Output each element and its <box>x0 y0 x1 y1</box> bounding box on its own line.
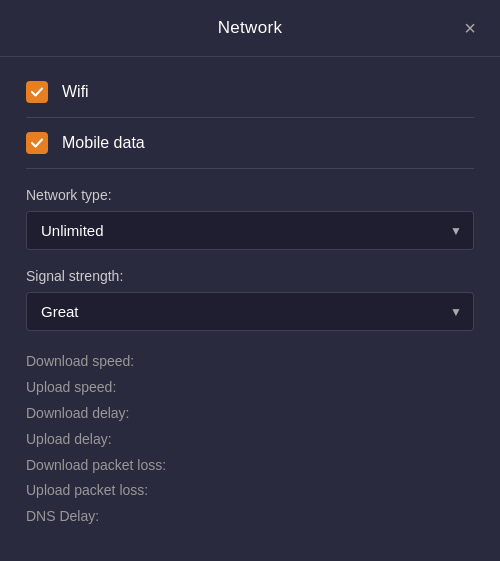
download-delay-row: Download delay: <box>26 401 474 427</box>
upload-packet-loss-row: Upload packet loss: <box>26 478 474 504</box>
dialog-title: Network <box>218 18 282 38</box>
download-packet-loss-row: Download packet loss: <box>26 453 474 479</box>
wifi-checkbox[interactable] <box>26 81 48 103</box>
signal-strength-label: Signal strength: <box>26 268 474 284</box>
info-section: Download speed: Upload speed: Download d… <box>26 349 474 530</box>
network-type-select[interactable]: Unlimited WiFi only 4G 3G 2G Edge <box>26 211 474 250</box>
dialog-content: Wifi Mobile data Network type: Unlimited… <box>0 57 500 550</box>
mobile-data-checkbox[interactable] <box>26 132 48 154</box>
network-dialog: Network × Wifi Mobile data Network type: <box>0 0 500 561</box>
upload-speed-row: Upload speed: <box>26 375 474 401</box>
signal-strength-select-wrapper: Great Good Fair Poor No signal ▼ <box>26 292 474 331</box>
network-type-label: Network type: <box>26 187 474 203</box>
upload-delay-row: Upload delay: <box>26 427 474 453</box>
signal-strength-select[interactable]: Great Good Fair Poor No signal <box>26 292 474 331</box>
check-icon <box>30 85 44 99</box>
mobile-data-label: Mobile data <box>62 134 145 152</box>
network-type-select-wrapper: Unlimited WiFi only 4G 3G 2G Edge ▼ <box>26 211 474 250</box>
wifi-label: Wifi <box>62 83 89 101</box>
signal-strength-group: Signal strength: Great Good Fair Poor No… <box>26 268 474 331</box>
dns-delay-row: DNS Delay: <box>26 504 474 530</box>
wifi-row: Wifi <box>26 77 474 118</box>
dialog-header: Network × <box>0 0 500 57</box>
close-button[interactable]: × <box>456 14 484 42</box>
mobile-data-row: Mobile data <box>26 118 474 169</box>
network-type-group: Network type: Unlimited WiFi only 4G 3G … <box>26 187 474 250</box>
check-icon-mobile <box>30 136 44 150</box>
download-speed-row: Download speed: <box>26 349 474 375</box>
